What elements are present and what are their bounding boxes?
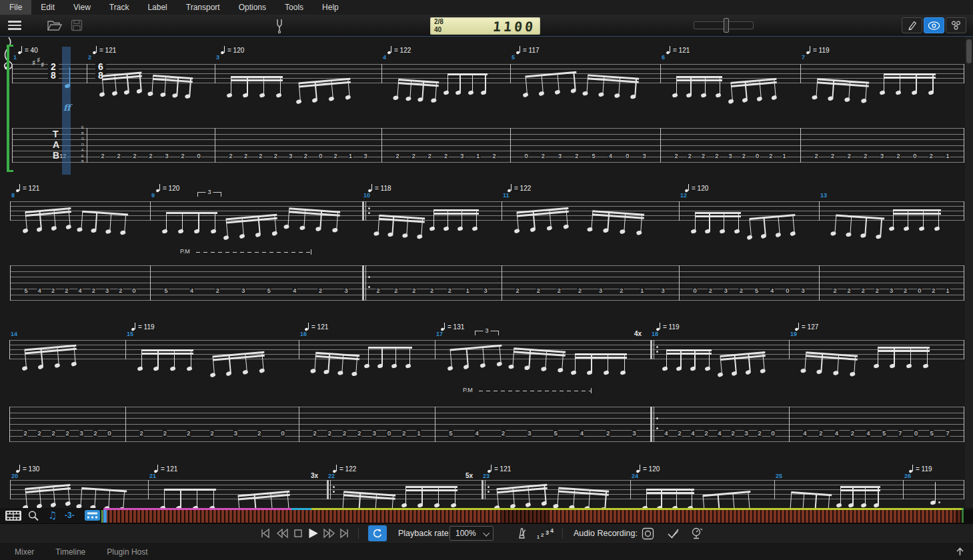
beamed-note-group[interactable] [575, 353, 627, 379]
tab-fret-number[interactable]: 2 [541, 153, 546, 159]
tab-fret-number[interactable]: 2 [393, 287, 398, 294]
tab-fret-number[interactable]: 3 [880, 153, 884, 159]
tempo-marking[interactable]: = 119 [131, 323, 155, 331]
tab-fret-number[interactable]: 2 [395, 153, 399, 159]
beamed-note-group[interactable] [342, 491, 395, 508]
tab-fret-number[interactable]: 1 [640, 287, 644, 294]
audio-device-icon[interactable] [690, 527, 704, 541]
film-strip-icon[interactable] [5, 511, 21, 521]
vertical-scrollbar[interactable] [965, 36, 973, 508]
tab-fret-number[interactable]: 2 [768, 153, 773, 159]
tab-fret-number[interactable]: 5 [930, 430, 934, 437]
tab-fret-number[interactable]: 4 [834, 430, 839, 437]
palm-mute-label[interactable]: P.M [180, 248, 190, 255]
beamed-note-group[interactable] [840, 486, 881, 508]
tab-fret-number[interactable]: 3 [558, 153, 562, 159]
tab-fret-number[interactable]: 5 [554, 430, 558, 437]
tempo-marking[interactable]: = 117 [516, 46, 540, 54]
tab-fret-number[interactable]: 2 [606, 430, 610, 437]
tab-fret-number[interactable]: 3 [105, 287, 109, 294]
beamed-note-group[interactable] [666, 349, 712, 375]
tab-fret-number[interactable]: 5 [882, 430, 886, 437]
beamed-note-group[interactable] [81, 211, 128, 239]
dynamic-marking[interactable]: ff [63, 103, 71, 113]
zoom-icon[interactable] [27, 510, 39, 522]
beamed-note-group[interactable] [790, 491, 832, 508]
tab-fret-number[interactable]: 2 [861, 287, 866, 294]
tab-fret-number[interactable]: 2 [929, 153, 934, 159]
tab-plugin-host[interactable]: Plugin Host [96, 547, 158, 557]
tab-fret-number[interactable]: 0 [107, 430, 111, 437]
beamed-note-group[interactable] [646, 489, 694, 508]
menu-edit[interactable]: Edit [31, 0, 64, 15]
beamed-note-group[interactable] [212, 351, 266, 381]
tab-fret-number[interactable]: 2 [830, 153, 835, 159]
tab-fret-number[interactable]: 0 [912, 153, 917, 159]
tab-fret-number[interactable]: 2 [23, 430, 27, 437]
open-file-icon[interactable] [47, 19, 63, 31]
tab-fret-number[interactable]: 2 [186, 430, 191, 437]
tab-fret-number[interactable]: 2 [742, 153, 746, 159]
tempo-marking[interactable]: = 121 [488, 465, 511, 473]
menu-view[interactable]: View [64, 0, 100, 15]
menu-icon[interactable] [8, 21, 21, 30]
beamed-note-group[interactable] [298, 78, 352, 108]
tab-fret-number[interactable]: 0 [387, 430, 391, 437]
tab-fret-number[interactable]: 4 [690, 430, 695, 437]
tempo-marking[interactable]: = 121 [93, 46, 116, 54]
vertical-scrollbar-thumb[interactable] [966, 39, 972, 63]
tab-fret-number[interactable]: 2 [258, 153, 263, 159]
tab-fret-number[interactable]: 5 [592, 153, 596, 159]
beamed-note-group[interactable] [25, 207, 73, 237]
half-note-head[interactable] [930, 500, 936, 505]
tab-fret-number[interactable]: 3 [79, 430, 83, 437]
beamed-note-group[interactable] [368, 347, 412, 372]
tab-fret-number[interactable]: 3 [744, 430, 748, 437]
tab-fret-number[interactable]: 2 [536, 287, 541, 294]
tab-fret-number[interactable]: 4 [580, 430, 584, 437]
selected-note-stem[interactable] [69, 67, 70, 85]
beamed-note-group[interactable] [525, 71, 578, 101]
tab-fret-number[interactable]: 2 [850, 430, 855, 437]
tab-fret-number[interactable]: 0 [131, 287, 136, 294]
tab-fret-number[interactable]: 4 [608, 153, 613, 159]
beamed-note-group[interactable] [101, 71, 143, 100]
tab-fret-number[interactable]: 1 [782, 153, 786, 159]
tempo-marking[interactable]: = 122 [333, 465, 356, 473]
tab-fret-number[interactable]: 3 [372, 430, 377, 437]
tempo-marking[interactable]: = 118 [368, 184, 391, 192]
beamed-note-group[interactable] [586, 74, 638, 103]
beamed-note-group[interactable] [237, 491, 291, 508]
beamed-note-group[interactable] [749, 214, 797, 243]
beamed-note-group[interactable] [405, 486, 457, 508]
beamed-note-group[interactable] [834, 215, 884, 243]
tab-fret-number[interactable]: 3 [164, 153, 169, 159]
tab-fret-number[interactable]: 2 [91, 287, 96, 294]
tab-fret-number[interactable]: 4 [866, 430, 871, 437]
tab-fret-number[interactable]: 3 [343, 287, 348, 294]
beamed-note-group[interactable] [433, 209, 479, 235]
skip-end-icon[interactable] [337, 527, 351, 539]
tab-fret-number[interactable]: 3 [288, 153, 293, 159]
tempo-marking[interactable]: = 120 [156, 184, 179, 192]
beamed-note-group[interactable] [447, 73, 488, 99]
tab-fret-number[interactable]: 0 [692, 287, 697, 294]
menu-options[interactable]: Options [229, 0, 275, 15]
beamed-note-group[interactable] [804, 351, 858, 380]
menu-tools[interactable]: Tools [275, 0, 313, 15]
tab-fret-number[interactable]: 3 [642, 153, 646, 159]
tab-fret-number[interactable]: 2 [411, 153, 416, 159]
metronome-icon[interactable] [515, 527, 528, 540]
tab-fret-number[interactable]: 2 [243, 153, 248, 159]
beamed-note-group[interactable] [25, 484, 72, 508]
tab-fret-number[interactable]: 2 [64, 287, 69, 294]
tab-fret-number[interactable]: 2 [303, 153, 308, 159]
tab-fret-number[interactable]: 2 [357, 430, 361, 437]
tab-fret-number[interactable]: 2 [896, 153, 901, 159]
tab-fret-number[interactable]: 2 [51, 287, 55, 294]
tab-fret-number[interactable]: 2 [903, 287, 908, 294]
fast-forward-icon[interactable] [321, 527, 336, 539]
tab-fret-number[interactable]: 5 [163, 287, 168, 294]
tab-fret-number[interactable]: 2 [427, 153, 432, 159]
beamed-note-group[interactable] [695, 212, 741, 237]
